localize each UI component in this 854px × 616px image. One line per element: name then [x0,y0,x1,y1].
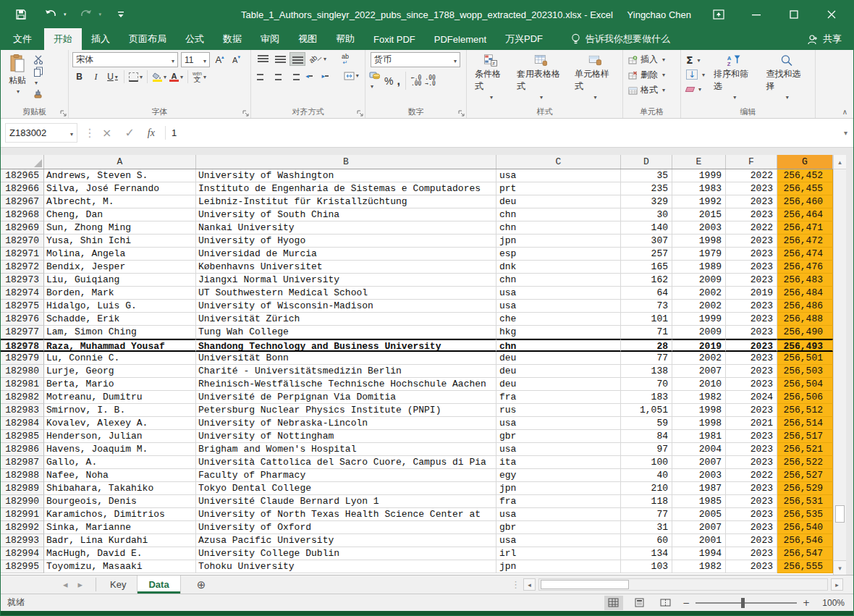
cell-A182989[interactable]: Shibahara, Takahiko [44,482,196,495]
cell-C182980[interactable]: deu [496,365,621,378]
cell-D182984[interactable]: 59 [621,417,672,430]
autosum-button[interactable]: Σ [685,54,706,67]
cell-F182965[interactable]: 2022 [726,169,777,182]
redo-button[interactable] [76,4,96,25]
cell-A182993[interactable]: Badr, Lina Kurdahi [44,534,196,547]
cell-B182978[interactable]: Shandong Technology and Business Univers… [196,339,496,352]
cell-A182966[interactable]: Silva, José Fernando [44,182,196,195]
cell-B182994[interactable]: University College Dublin [196,547,496,560]
format-as-table-button[interactable]: 套用表格格式 [512,52,569,103]
cell-D182992[interactable]: 31 [621,521,672,534]
row-header-182989[interactable]: 182989 [1,482,44,495]
fill-button[interactable]: ↓ [685,68,706,81]
cell-C182982[interactable]: fra [496,391,621,404]
cut-button[interactable] [33,55,44,64]
row-header-182968[interactable]: 182968 [1,208,44,221]
cell-E182966[interactable]: 1983 [672,182,726,195]
accounting-format-button[interactable] [369,71,381,90]
cell-E182975[interactable]: 2002 [672,300,726,313]
cell-C182986[interactable]: usa [496,443,621,456]
cell-B182991[interactable]: University of North Texas Health Science… [196,508,496,521]
cell-E182992[interactable]: 2007 [672,521,726,534]
formula-bar-splitter[interactable]: ⋮ [84,126,96,140]
cell-A182974[interactable]: Borden, Mark [44,287,196,300]
cell-D182991[interactable]: 77 [621,508,672,521]
cell-D182965[interactable]: 35 [621,169,672,182]
cell-G182993[interactable]: 256,546 [777,534,833,547]
cell-C182984[interactable]: usa [496,417,621,430]
orientation-button[interactable]: ab [307,52,329,66]
cell-E182993[interactable]: 2001 [672,534,726,547]
cell-D182995[interactable]: 103 [621,560,672,573]
cell-F182981[interactable]: 2023 [726,378,777,391]
cell-E182970[interactable]: 1998 [672,235,726,248]
cell-F182972[interactable]: 2023 [726,261,777,274]
cell-G182990[interactable]: 256,531 [777,495,833,508]
column-header-E[interactable]: E [672,155,726,169]
font-color-button[interactable]: A [169,69,183,84]
cell-A182972[interactable]: Bendix, Jesper [44,261,196,274]
tab-scroll-splitter[interactable]: ⋮ [511,579,520,590]
cell-E182968[interactable]: 2015 [672,208,726,221]
cell-E182969[interactable]: 2003 [672,221,726,235]
cell-B182965[interactable]: University of Washington [196,169,496,182]
row-header-182969[interactable]: 182969 [1,221,44,235]
cell-A182969[interactable]: Sun, Zhong Ming [44,221,196,235]
cell-A182988[interactable]: Nafee, Noha [44,469,196,482]
cell-D182989[interactable]: 210 [621,482,672,495]
cell-G182973[interactable]: 256,483 [777,274,833,287]
cell-G182971[interactable]: 256,474 [777,248,833,261]
redo-dropdown-icon[interactable]: ▾ [99,12,102,17]
cell-D182969[interactable]: 140 [621,221,672,235]
row-header-182974[interactable]: 182974 [1,287,44,300]
comma-style-button[interactable]: , [397,75,399,88]
cell-A182991[interactable]: Karamichos, Dimitrios [44,508,196,521]
row-header-182982[interactable]: 182982 [1,391,44,404]
cell-G182985[interactable]: 256,517 [777,430,833,443]
format-cells-button[interactable]: 格式 [627,83,677,98]
row-header-182993[interactable]: 182993 [1,534,44,547]
column-header-C[interactable]: C [496,155,621,169]
tab-插入[interactable]: 插入 [82,28,119,50]
cell-A182983[interactable]: Smirnov, I. B. [44,404,196,417]
row-header-182980[interactable]: 182980 [1,365,44,378]
cell-F182968[interactable]: 2023 [726,208,777,221]
cell-F182983[interactable]: 2023 [726,404,777,417]
decrease-decimal-button[interactable]: .00→.0 [425,75,435,87]
cell-C182976[interactable]: che [496,313,621,326]
zoom-level[interactable]: 100% [817,598,845,608]
insert-cells-button[interactable]: 插入 [627,52,677,67]
cell-F182984[interactable]: 2021 [726,417,777,430]
cell-G182970[interactable]: 256,472 [777,235,833,248]
cell-D182981[interactable]: 70 [621,378,672,391]
cell-C182979[interactable]: deu [496,352,621,365]
tab-公式[interactable]: 公式 [176,28,214,50]
cell-E182978[interactable]: 2019 [672,339,726,352]
row-header-182986[interactable]: 182986 [1,443,44,456]
cell-G182994[interactable]: 256,547 [777,547,833,560]
cell-G182984[interactable]: 256,514 [777,417,833,430]
cell-B182974[interactable]: UT Southwestern Medical School [196,287,496,300]
cell-D182982[interactable]: 183 [621,391,672,404]
page-break-preview-button[interactable] [656,596,675,610]
cell-A182968[interactable]: Cheng, Dan [44,208,196,221]
row-header-182983[interactable]: 182983 [1,404,44,417]
tab-file[interactable]: 文件 [1,28,44,50]
cell-B182982[interactable]: Université de Perpignan Via Domitia [196,391,496,404]
cell-B182987[interactable]: Università Cattolica del Sacro Cuore, Ca… [196,456,496,469]
increase-indent-button[interactable]: ▸ [319,69,334,83]
fill-color-button[interactable] [152,69,166,84]
close-button[interactable] [821,4,842,25]
cell-A182965[interactable]: Andrews, Steven S. [44,169,196,182]
cell-C182971[interactable]: esp [496,248,621,261]
cell-C182981[interactable]: deu [496,378,621,391]
cell-D182972[interactable]: 165 [621,261,672,274]
cell-C182978[interactable]: chn [496,339,621,352]
cell-G182991[interactable]: 256,535 [777,508,833,521]
cell-B182988[interactable]: Faculty of Pharmacy [196,469,496,482]
cell-C182977[interactable]: hkg [496,326,621,339]
cell-A182982[interactable]: Motreanu, Dumitru [44,391,196,404]
cell-G182995[interactable]: 256,555 [777,560,833,573]
cell-F182995[interactable]: 2023 [726,560,777,573]
format-painter-button[interactable] [33,89,44,99]
